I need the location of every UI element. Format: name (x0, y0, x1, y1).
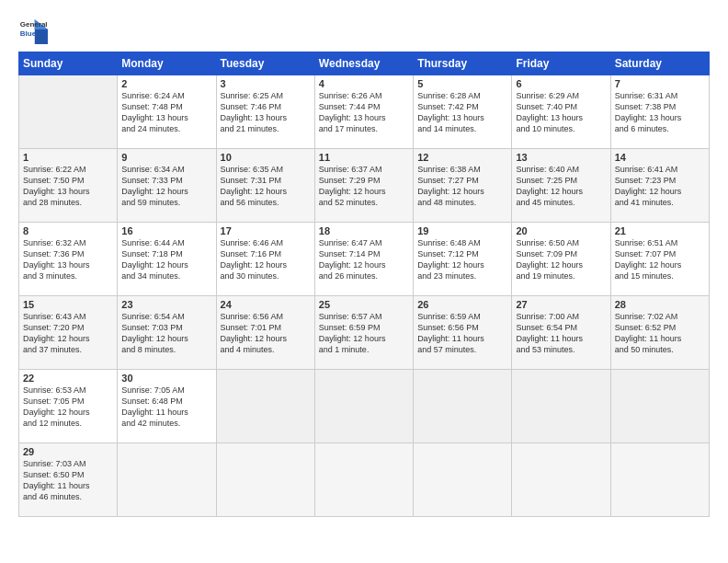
calendar-cell: 20Sunrise: 6:50 AM Sunset: 7:09 PM Dayli… (512, 223, 610, 296)
calendar-header-saturday: Saturday (610, 52, 709, 75)
day-number: 9 (121, 152, 211, 163)
day-info: Sunrise: 6:46 AM Sunset: 7:16 PM Dayligh… (221, 237, 311, 282)
day-info: Sunrise: 7:02 AM Sunset: 6:52 PM Dayligh… (615, 311, 705, 356)
calendar-cell (118, 443, 216, 517)
day-number: 5 (417, 78, 507, 89)
calendar-cell: 25Sunrise: 6:57 AM Sunset: 6:59 PM Dayli… (314, 296, 413, 370)
calendar-header-tuesday: Tuesday (216, 52, 314, 75)
calendar-cell: 16Sunrise: 6:44 AM Sunset: 7:18 PM Dayli… (118, 223, 216, 296)
calendar-cell (610, 443, 709, 517)
calendar-cell: 22Sunrise: 6:53 AM Sunset: 7:05 PM Dayli… (19, 370, 118, 443)
day-number: 30 (121, 373, 211, 384)
day-number: 28 (615, 299, 705, 310)
calendar-cell: 3Sunrise: 6:25 AM Sunset: 7:46 PM Daylig… (216, 75, 314, 149)
calendar-cell: 10Sunrise: 6:35 AM Sunset: 7:31 PM Dayli… (216, 149, 314, 223)
day-info: Sunrise: 6:38 AM Sunset: 7:27 PM Dayligh… (417, 164, 507, 209)
calendar-cell (314, 443, 413, 517)
day-info: Sunrise: 6:44 AM Sunset: 7:18 PM Dayligh… (121, 237, 211, 282)
day-number: 13 (516, 152, 606, 163)
calendar-cell: 11Sunrise: 6:37 AM Sunset: 7:29 PM Dayli… (314, 149, 413, 223)
day-info: Sunrise: 7:00 AM Sunset: 6:54 PM Dayligh… (516, 311, 606, 356)
day-number: 14 (615, 152, 705, 163)
calendar-cell: 9Sunrise: 6:34 AM Sunset: 7:33 PM Daylig… (118, 149, 216, 223)
calendar-cell (314, 370, 413, 443)
day-number: 26 (417, 299, 507, 310)
calendar-cell: 18Sunrise: 6:47 AM Sunset: 7:14 PM Dayli… (314, 223, 413, 296)
calendar-cell: 23Sunrise: 6:54 AM Sunset: 7:03 PM Dayli… (118, 296, 216, 370)
calendar-cell: 21Sunrise: 6:51 AM Sunset: 7:07 PM Dayli… (610, 223, 709, 296)
day-info: Sunrise: 6:25 AM Sunset: 7:46 PM Dayligh… (221, 90, 311, 135)
calendar-cell: 5Sunrise: 6:28 AM Sunset: 7:42 PM Daylig… (414, 75, 512, 149)
day-info: Sunrise: 6:56 AM Sunset: 7:01 PM Dayligh… (221, 311, 311, 356)
day-info: Sunrise: 6:48 AM Sunset: 7:12 PM Dayligh… (417, 237, 507, 282)
calendar-cell (19, 75, 118, 149)
calendar-header-sunday: Sunday (19, 52, 118, 75)
calendar-cell: 8Sunrise: 6:32 AM Sunset: 7:36 PM Daylig… (19, 223, 118, 296)
day-number: 3 (221, 78, 311, 89)
calendar-cell: 19Sunrise: 6:48 AM Sunset: 7:12 PM Dayli… (414, 223, 512, 296)
day-info: Sunrise: 7:03 AM Sunset: 6:50 PM Dayligh… (23, 458, 113, 503)
day-number: 15 (23, 299, 113, 310)
day-number: 27 (516, 299, 606, 310)
day-number: 24 (221, 299, 311, 310)
day-number: 25 (319, 299, 409, 310)
day-info: Sunrise: 6:41 AM Sunset: 7:23 PM Dayligh… (615, 164, 705, 209)
day-info: Sunrise: 6:31 AM Sunset: 7:38 PM Dayligh… (615, 90, 705, 135)
calendar-cell: 28Sunrise: 7:02 AM Sunset: 6:52 PM Dayli… (610, 296, 709, 370)
day-info: Sunrise: 6:35 AM Sunset: 7:31 PM Dayligh… (221, 164, 311, 209)
day-number: 8 (23, 225, 113, 236)
day-number: 23 (121, 299, 211, 310)
calendar-cell (414, 443, 512, 517)
day-number: 16 (121, 225, 211, 236)
day-info: Sunrise: 6:26 AM Sunset: 7:44 PM Dayligh… (319, 90, 409, 135)
logo: General Blue (18, 15, 48, 44)
day-number: 12 (417, 152, 507, 163)
calendar: SundayMondayTuesdayWednesdayThursdayFrid… (18, 52, 710, 517)
day-number: 19 (417, 225, 507, 236)
calendar-cell (512, 443, 610, 517)
day-info: Sunrise: 6:29 AM Sunset: 7:40 PM Dayligh… (516, 90, 606, 135)
day-number: 21 (615, 225, 705, 236)
calendar-cell: 29Sunrise: 7:03 AM Sunset: 6:50 PM Dayli… (19, 443, 118, 517)
calendar-cell: 24Sunrise: 6:56 AM Sunset: 7:01 PM Dayli… (216, 296, 314, 370)
calendar-cell: 14Sunrise: 6:41 AM Sunset: 7:23 PM Dayli… (610, 149, 709, 223)
calendar-cell: 7Sunrise: 6:31 AM Sunset: 7:38 PM Daylig… (610, 75, 709, 149)
day-info: Sunrise: 6:54 AM Sunset: 7:03 PM Dayligh… (121, 311, 211, 356)
day-number: 2 (121, 78, 211, 89)
calendar-header-thursday: Thursday (414, 52, 512, 75)
day-info: Sunrise: 6:50 AM Sunset: 7:09 PM Dayligh… (516, 237, 606, 282)
calendar-cell (216, 443, 314, 517)
calendar-cell: 1Sunrise: 6:22 AM Sunset: 7:50 PM Daylig… (19, 149, 118, 223)
day-number: 11 (319, 152, 409, 163)
svg-text:General: General (20, 20, 48, 29)
day-number: 18 (319, 225, 409, 236)
day-info: Sunrise: 6:28 AM Sunset: 7:42 PM Dayligh… (417, 90, 507, 135)
day-info: Sunrise: 7:05 AM Sunset: 6:48 PM Dayligh… (121, 385, 211, 430)
day-info: Sunrise: 6:57 AM Sunset: 6:59 PM Dayligh… (319, 311, 409, 356)
day-info: Sunrise: 6:32 AM Sunset: 7:36 PM Dayligh… (23, 237, 113, 282)
day-info: Sunrise: 6:51 AM Sunset: 7:07 PM Dayligh… (615, 237, 705, 282)
day-info: Sunrise: 6:22 AM Sunset: 7:50 PM Dayligh… (23, 164, 113, 209)
calendar-cell: 15Sunrise: 6:43 AM Sunset: 7:20 PM Dayli… (19, 296, 118, 370)
calendar-header-friday: Friday (512, 52, 610, 75)
calendar-cell: 13Sunrise: 6:40 AM Sunset: 7:25 PM Dayli… (512, 149, 610, 223)
day-number: 4 (319, 78, 409, 89)
logo-icon: General Blue (18, 15, 48, 44)
calendar-header-monday: Monday (118, 52, 216, 75)
day-number: 20 (516, 225, 606, 236)
calendar-cell: 2Sunrise: 6:24 AM Sunset: 7:48 PM Daylig… (118, 75, 216, 149)
day-info: Sunrise: 6:59 AM Sunset: 6:56 PM Dayligh… (417, 311, 507, 356)
day-info: Sunrise: 6:24 AM Sunset: 7:48 PM Dayligh… (121, 90, 211, 135)
day-number: 10 (221, 152, 311, 163)
day-number: 22 (23, 373, 113, 384)
day-number: 17 (221, 225, 311, 236)
day-number: 7 (615, 78, 705, 89)
day-number: 6 (516, 78, 606, 89)
calendar-cell (512, 370, 610, 443)
calendar-header-wednesday: Wednesday (314, 52, 413, 75)
calendar-cell: 4Sunrise: 6:26 AM Sunset: 7:44 PM Daylig… (314, 75, 413, 149)
calendar-cell: 12Sunrise: 6:38 AM Sunset: 7:27 PM Dayli… (414, 149, 512, 223)
day-number: 29 (23, 446, 113, 457)
calendar-cell (414, 370, 512, 443)
day-info: Sunrise: 6:43 AM Sunset: 7:20 PM Dayligh… (23, 311, 113, 356)
